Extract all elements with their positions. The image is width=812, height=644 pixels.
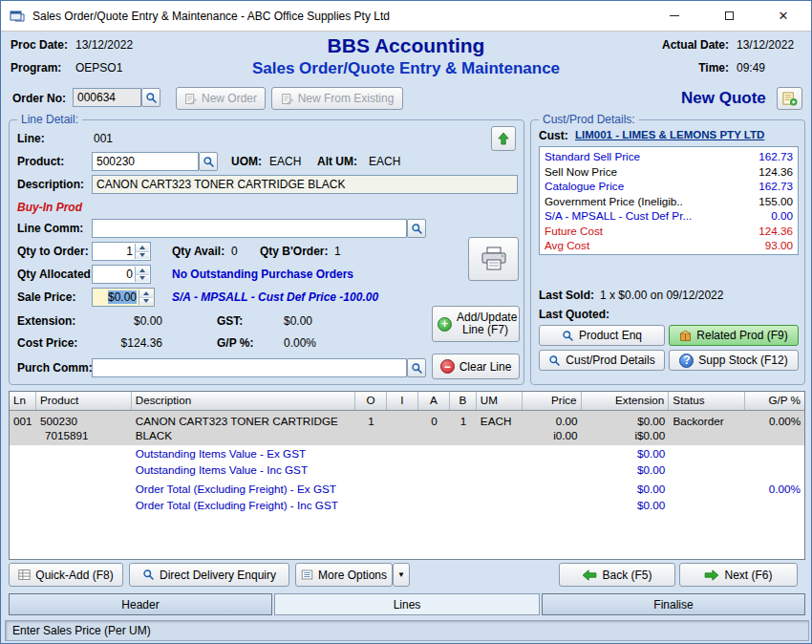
line-comm-input[interactable]	[92, 219, 407, 238]
close-icon: ✕	[779, 10, 789, 22]
next-button[interactable]: Next (F6)	[679, 563, 798, 587]
col-header-ln: Ln	[10, 392, 36, 410]
minimize-button[interactable]	[652, 1, 696, 31]
customer-link[interactable]: LIM001 - LIMES & LEMONS PTY LTD	[575, 129, 764, 140]
next-label: Next (F6)	[724, 569, 772, 582]
price-row: Catalogue Price162.73	[545, 179, 793, 194]
col-header-status: Status	[669, 392, 745, 410]
product-lookup-button[interactable]	[199, 152, 218, 171]
col-header-price: Price	[523, 392, 582, 410]
col-header-product: Product	[36, 392, 132, 410]
new-from-existing-icon	[281, 93, 293, 105]
qty-avail-label: Qty Avail:	[172, 245, 224, 258]
order-no-input[interactable]	[73, 88, 141, 107]
order-lines-table: Ln Product Description O I A B UM Price …	[9, 391, 805, 560]
actual-date-value: 13/12/2022	[737, 38, 794, 52]
table-row[interactable]: 001 5002307015891 CANON CART323 TONER CA…	[10, 411, 804, 445]
plus-icon: +	[438, 317, 452, 332]
price-row: Government Price (Ineligib..155.00	[545, 194, 793, 209]
qty-border-label: Qty B'Order:	[260, 245, 329, 258]
close-button[interactable]: ✕	[761, 1, 805, 31]
order-no-label: Order No:	[12, 92, 66, 105]
more-options-button[interactable]: More Options	[295, 563, 393, 587]
line-comm-label: Line Comm:	[17, 222, 83, 235]
add-update-line-label: Add/Update Line (F7)	[457, 311, 514, 336]
alt-um-label: Alt UM:	[317, 155, 357, 168]
price-note: S/A - MPSALL - Cust Def Price -100.00	[172, 290, 459, 304]
up-arrow-icon	[498, 132, 509, 145]
qty-to-order-label: Qty to Order:	[17, 245, 89, 258]
back-button[interactable]: Back (F5)	[559, 563, 675, 587]
product-enq-label: Product Enq	[579, 329, 642, 342]
spin-up[interactable]	[139, 290, 153, 298]
maximize-icon	[725, 11, 734, 20]
purch-comm-label: Purch Comm:	[17, 361, 93, 375]
search-icon	[411, 223, 423, 235]
qty-to-order-input[interactable]: 1	[92, 242, 151, 261]
search-icon	[411, 362, 423, 375]
product-box-icon	[679, 330, 692, 342]
quick-add-icon	[18, 569, 31, 581]
quick-add-button[interactable]: Quick-Add (F8)	[9, 563, 123, 587]
printer-icon	[479, 246, 509, 272]
add-update-line-button[interactable]: + Add/Update Line (F7)	[432, 306, 520, 342]
custprod-details-button[interactable]: Cust/Prod Details	[539, 350, 665, 371]
price-row: Future Cost124.36	[545, 224, 793, 239]
tab-finalise[interactable]: Finalise	[542, 593, 805, 615]
sale-price-label: Sale Price:	[17, 290, 75, 304]
product-enq-button[interactable]: Product Enq	[539, 325, 665, 346]
col-header-um: UM	[477, 392, 523, 410]
new-quote-label: New Quote	[681, 89, 766, 108]
col-header-b: B	[450, 392, 477, 410]
new-order-icon	[184, 93, 197, 105]
cust-label: Cust:	[539, 129, 568, 142]
next-arrow-icon	[704, 569, 719, 581]
product-label: Product:	[17, 155, 64, 168]
search-icon	[145, 92, 158, 104]
col-header-i: I	[387, 392, 418, 410]
price-row: Standard Sell Price162.73	[545, 149, 793, 164]
new-order-button[interactable]: New Order	[176, 87, 266, 110]
purch-comm-input[interactable]	[92, 358, 407, 377]
new-from-existing-button[interactable]: New From Existing	[271, 87, 403, 110]
previous-line-button[interactable]	[491, 126, 516, 151]
maximize-button[interactable]	[707, 1, 751, 31]
line-comm-lookup-button[interactable]	[407, 219, 426, 238]
supp-stock-button[interactable]: ? Supp Stock (F12)	[669, 350, 799, 371]
spin-down[interactable]	[136, 275, 149, 283]
last-sold-label: Last Sold:	[539, 289, 594, 302]
order-no-lookup-button[interactable]	[141, 88, 160, 107]
spin-down[interactable]	[139, 298, 153, 306]
title-bar: Sales Order/Quote Entry & Maintenance - …	[1, 1, 811, 32]
related-prod-button[interactable]: Related Prod (F9)	[669, 325, 799, 346]
extension-label: Extension:	[17, 314, 75, 328]
spin-down[interactable]	[136, 252, 149, 260]
tab-lines[interactable]: Lines	[274, 593, 540, 615]
line-detail-title: Line Detail:	[17, 113, 82, 126]
spin-up[interactable]	[136, 267, 149, 275]
app-window: Sales Order/Quote Entry & Maintenance - …	[0, 0, 812, 644]
summary-row: Order Total (Excluding Freight) - Inc GS…	[10, 497, 804, 513]
sale-price-input[interactable]: $0.00	[92, 288, 155, 307]
col-header-description: Description	[132, 392, 355, 410]
tab-header[interactable]: Header	[9, 593, 272, 615]
search-icon	[562, 330, 574, 342]
cost-price-label: Cost Price:	[17, 336, 77, 350]
col-header-gp: G/P %	[745, 392, 804, 410]
qty-allocated-input[interactable]: 0	[92, 265, 151, 284]
purch-comm-lookup-button[interactable]	[407, 358, 426, 377]
more-options-dropdown-button[interactable]: ▼	[393, 563, 410, 587]
spin-up[interactable]	[136, 244, 149, 252]
extension-value: $0.00	[100, 314, 162, 328]
cost-price-value: $124.36	[100, 336, 162, 350]
time-value: 09:49	[737, 61, 765, 75]
price-row: Avg Cost93.00	[545, 238, 793, 253]
product-input[interactable]	[92, 152, 199, 171]
print-button[interactable]	[468, 237, 519, 281]
description-field[interactable]: CANON CART323 TONER CARTRIDGE BLACK	[92, 175, 518, 194]
clear-line-button[interactable]: − Clear Line	[432, 354, 520, 379]
related-prod-label: Related Prod (F9)	[696, 329, 787, 342]
direct-delivery-button[interactable]: Direct Delivery Enquiry	[129, 563, 289, 587]
tab-lines-label: Lines	[394, 598, 421, 612]
new-quote-button[interactable]	[777, 87, 802, 110]
